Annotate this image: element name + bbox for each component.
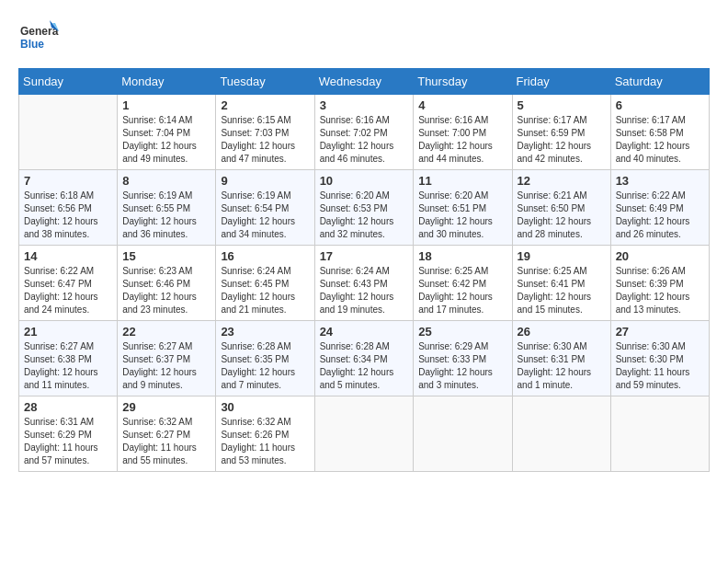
calendar-week-row-4: 21Sunrise: 6:27 AM Sunset: 6:38 PM Dayli… xyxy=(19,321,710,396)
page-header: General Blue xyxy=(18,18,710,59)
calendar-cell: 5Sunrise: 6:17 AM Sunset: 6:59 PM Daylig… xyxy=(512,95,610,170)
day-number: 1 xyxy=(122,98,210,112)
day-info: Sunrise: 6:30 AM Sunset: 6:30 PM Dayligh… xyxy=(616,340,704,392)
calendar-table: SundayMondayTuesdayWednesdayThursdayFrid… xyxy=(18,68,710,472)
day-info: Sunrise: 6:22 AM Sunset: 6:49 PM Dayligh… xyxy=(616,190,704,241)
day-info: Sunrise: 6:25 AM Sunset: 6:42 PM Dayligh… xyxy=(418,265,506,316)
calendar-cell: 25Sunrise: 6:29 AM Sunset: 6:33 PM Dayli… xyxy=(414,321,512,396)
day-number: 2 xyxy=(221,98,309,112)
day-number: 17 xyxy=(320,249,409,263)
day-number: 3 xyxy=(320,98,409,112)
day-number: 21 xyxy=(24,325,112,339)
weekday-header-thursday: Thursday xyxy=(414,69,512,95)
day-info: Sunrise: 6:27 AM Sunset: 6:37 PM Dayligh… xyxy=(122,340,210,392)
day-info: Sunrise: 6:17 AM Sunset: 6:58 PM Dayligh… xyxy=(616,114,704,166)
day-info: Sunrise: 6:21 AM Sunset: 6:50 PM Dayligh… xyxy=(518,190,606,241)
day-info: Sunrise: 6:24 AM Sunset: 6:45 PM Dayligh… xyxy=(221,265,309,316)
calendar-week-row-3: 14Sunrise: 6:22 AM Sunset: 6:47 PM Dayli… xyxy=(19,246,710,321)
calendar-cell: 10Sunrise: 6:20 AM Sunset: 6:53 PM Dayli… xyxy=(314,170,414,246)
calendar-cell: 11Sunrise: 6:20 AM Sunset: 6:51 PM Dayli… xyxy=(414,170,512,246)
day-number: 28 xyxy=(24,400,112,414)
day-info: Sunrise: 6:28 AM Sunset: 6:35 PM Dayligh… xyxy=(221,340,309,392)
day-number: 15 xyxy=(122,249,210,263)
calendar-cell: 15Sunrise: 6:23 AM Sunset: 6:46 PM Dayli… xyxy=(118,246,216,321)
calendar-cell: 23Sunrise: 6:28 AM Sunset: 6:35 PM Dayli… xyxy=(216,321,314,396)
day-info: Sunrise: 6:23 AM Sunset: 6:46 PM Dayligh… xyxy=(122,265,210,316)
calendar-cell: 8Sunrise: 6:19 AM Sunset: 6:55 PM Daylig… xyxy=(118,170,216,246)
day-number: 27 xyxy=(616,325,704,339)
day-number: 8 xyxy=(122,174,210,188)
svg-text:Blue: Blue xyxy=(20,38,44,51)
calendar-cell: 16Sunrise: 6:24 AM Sunset: 6:45 PM Dayli… xyxy=(216,246,314,321)
day-info: Sunrise: 6:19 AM Sunset: 6:54 PM Dayligh… xyxy=(221,190,309,241)
day-info: Sunrise: 6:28 AM Sunset: 6:34 PM Dayligh… xyxy=(320,340,409,392)
calendar-cell: 28Sunrise: 6:31 AM Sunset: 6:29 PM Dayli… xyxy=(19,396,118,472)
weekday-header-friday: Friday xyxy=(512,69,610,95)
calendar-cell: 13Sunrise: 6:22 AM Sunset: 6:49 PM Dayli… xyxy=(610,170,709,246)
day-info: Sunrise: 6:18 AM Sunset: 6:56 PM Dayligh… xyxy=(24,190,112,241)
weekday-header-saturday: Saturday xyxy=(610,69,709,95)
calendar-cell: 14Sunrise: 6:22 AM Sunset: 6:47 PM Dayli… xyxy=(19,246,118,321)
day-number: 19 xyxy=(518,249,606,263)
weekday-header-monday: Monday xyxy=(118,69,216,95)
day-info: Sunrise: 6:20 AM Sunset: 6:53 PM Dayligh… xyxy=(320,190,409,241)
day-info: Sunrise: 6:32 AM Sunset: 6:26 PM Dayligh… xyxy=(221,416,309,467)
calendar-cell: 2Sunrise: 6:15 AM Sunset: 7:03 PM Daylig… xyxy=(216,95,314,170)
calendar-cell xyxy=(512,396,610,472)
weekday-header-wednesday: Wednesday xyxy=(314,69,414,95)
calendar-cell: 17Sunrise: 6:24 AM Sunset: 6:43 PM Dayli… xyxy=(314,246,414,321)
day-number: 5 xyxy=(518,98,606,112)
logo: General Blue xyxy=(18,18,59,59)
day-number: 22 xyxy=(122,325,210,339)
day-number: 26 xyxy=(518,325,606,339)
day-info: Sunrise: 6:17 AM Sunset: 6:59 PM Dayligh… xyxy=(518,114,606,166)
day-info: Sunrise: 6:22 AM Sunset: 6:47 PM Dayligh… xyxy=(24,265,112,316)
day-info: Sunrise: 6:32 AM Sunset: 6:27 PM Dayligh… xyxy=(122,416,210,467)
day-info: Sunrise: 6:15 AM Sunset: 7:03 PM Dayligh… xyxy=(221,114,309,166)
logo-svg: General Blue xyxy=(18,18,59,59)
day-info: Sunrise: 6:20 AM Sunset: 6:51 PM Dayligh… xyxy=(418,190,506,241)
calendar-cell: 6Sunrise: 6:17 AM Sunset: 6:58 PM Daylig… xyxy=(610,95,709,170)
day-number: 18 xyxy=(418,249,506,263)
day-number: 25 xyxy=(418,325,506,339)
calendar-cell: 29Sunrise: 6:32 AM Sunset: 6:27 PM Dayli… xyxy=(118,396,216,472)
day-info: Sunrise: 6:19 AM Sunset: 6:55 PM Dayligh… xyxy=(122,190,210,241)
day-info: Sunrise: 6:30 AM Sunset: 6:31 PM Dayligh… xyxy=(518,340,606,392)
calendar-cell xyxy=(314,396,414,472)
calendar-cell: 24Sunrise: 6:28 AM Sunset: 6:34 PM Dayli… xyxy=(314,321,414,396)
day-info: Sunrise: 6:26 AM Sunset: 6:39 PM Dayligh… xyxy=(616,265,704,316)
calendar-week-row-1: 1Sunrise: 6:14 AM Sunset: 7:04 PM Daylig… xyxy=(19,95,710,170)
calendar-cell: 18Sunrise: 6:25 AM Sunset: 6:42 PM Dayli… xyxy=(414,246,512,321)
day-number: 13 xyxy=(616,174,704,188)
calendar-cell xyxy=(19,95,118,170)
calendar-cell: 27Sunrise: 6:30 AM Sunset: 6:30 PM Dayli… xyxy=(610,321,709,396)
day-number: 14 xyxy=(24,249,112,263)
day-number: 4 xyxy=(418,98,506,112)
calendar-cell: 21Sunrise: 6:27 AM Sunset: 6:38 PM Dayli… xyxy=(19,321,118,396)
calendar-cell: 9Sunrise: 6:19 AM Sunset: 6:54 PM Daylig… xyxy=(216,170,314,246)
calendar-cell: 7Sunrise: 6:18 AM Sunset: 6:56 PM Daylig… xyxy=(19,170,118,246)
day-info: Sunrise: 6:16 AM Sunset: 7:02 PM Dayligh… xyxy=(320,114,409,166)
calendar-cell xyxy=(414,396,512,472)
day-info: Sunrise: 6:16 AM Sunset: 7:00 PM Dayligh… xyxy=(418,114,506,166)
calendar-cell: 30Sunrise: 6:32 AM Sunset: 6:26 PM Dayli… xyxy=(216,396,314,472)
day-info: Sunrise: 6:31 AM Sunset: 6:29 PM Dayligh… xyxy=(24,416,112,467)
weekday-header-row: SundayMondayTuesdayWednesdayThursdayFrid… xyxy=(19,69,710,95)
calendar-cell: 26Sunrise: 6:30 AM Sunset: 6:31 PM Dayli… xyxy=(512,321,610,396)
weekday-header-tuesday: Tuesday xyxy=(216,69,314,95)
calendar-cell: 12Sunrise: 6:21 AM Sunset: 6:50 PM Dayli… xyxy=(512,170,610,246)
day-info: Sunrise: 6:24 AM Sunset: 6:43 PM Dayligh… xyxy=(320,265,409,316)
day-number: 7 xyxy=(24,174,112,188)
calendar-cell xyxy=(610,396,709,472)
day-info: Sunrise: 6:14 AM Sunset: 7:04 PM Dayligh… xyxy=(122,114,210,166)
day-number: 11 xyxy=(418,174,506,188)
day-number: 16 xyxy=(221,249,309,263)
calendar-cell: 3Sunrise: 6:16 AM Sunset: 7:02 PM Daylig… xyxy=(314,95,414,170)
day-number: 20 xyxy=(616,249,704,263)
day-number: 6 xyxy=(616,98,704,112)
day-number: 23 xyxy=(221,325,309,339)
day-info: Sunrise: 6:27 AM Sunset: 6:38 PM Dayligh… xyxy=(24,340,112,392)
day-number: 9 xyxy=(221,174,309,188)
day-number: 30 xyxy=(221,400,309,414)
calendar-week-row-2: 7Sunrise: 6:18 AM Sunset: 6:56 PM Daylig… xyxy=(19,170,710,246)
